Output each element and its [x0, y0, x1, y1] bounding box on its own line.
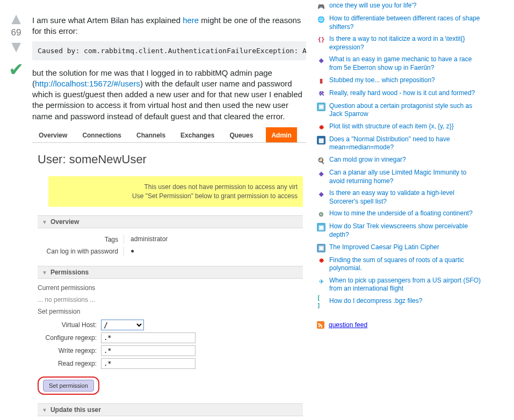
write-regexp-input[interactable]	[101, 345, 196, 356]
downvote-button[interactable]: ▼	[0, 41, 32, 52]
overview-section-header[interactable]: ▼ Overview	[38, 215, 303, 228]
hot-questions-sidebar: 🎮once they will use you for life'?🌐How t…	[310, 0, 489, 334]
hot-question-item[interactable]: 🛠Really, really hard wood - how is it cu…	[317, 88, 483, 100]
write-regexp-label: Write regexp:	[38, 347, 101, 354]
site-icon: ▣	[317, 223, 325, 231]
configure-regexp-input[interactable]	[101, 332, 196, 343]
site-icon: ❋	[317, 257, 325, 265]
virtual-host-select[interactable]: /	[101, 320, 144, 330]
warn-line1: This user does not have permission to ac…	[144, 183, 298, 191]
site-icon: ▮	[317, 77, 325, 85]
upvote-button[interactable]: ▲	[0, 13, 32, 24]
question-feed-link[interactable]: question feed	[317, 321, 483, 329]
hot-question-item[interactable]: ◆Can a planar ally use Limited Magic Imm…	[317, 167, 483, 187]
user-heading: User: someNewUser	[38, 153, 303, 166]
rabbit-tabs: Overview Connections Channels Exchanges …	[32, 127, 306, 143]
highlight-annotation: Set permission	[38, 376, 99, 395]
hot-question-link[interactable]: Question about a certain protagonist sty…	[329, 102, 483, 119]
rss-icon	[317, 321, 324, 329]
hot-question-link[interactable]: Can a planar ally use Limited Magic Immu…	[329, 169, 483, 185]
accepted-checkmark-icon: ✔	[0, 59, 32, 80]
configure-regexp-label: Configure regexp:	[38, 334, 101, 342]
vhost-label: Virtual Host:	[38, 321, 101, 329]
site-icon: 🎮	[317, 2, 325, 11]
current-permissions-heading: Current permissions	[38, 284, 303, 292]
error-code-block[interactable]: Caused by: com.rabbitmq.client.Authentic…	[32, 41, 306, 60]
hot-question-link[interactable]: The Improved Caesar Pig Latin Cipher	[329, 243, 439, 252]
hot-question-item[interactable]: 🌐How to differentiate between different …	[317, 13, 483, 33]
hot-question-link[interactable]: Does a "Normal Distribution" need to hav…	[329, 135, 483, 152]
hot-question-item[interactable]: 🎮once they will use you for life'?	[317, 0, 483, 13]
hot-question-link[interactable]: Plot list with structure of each item {x…	[329, 122, 454, 131]
hot-question-link[interactable]: Really, really hard wood - how is it cut…	[329, 89, 475, 98]
hot-question-item[interactable]: 🍳Can mold grow in vinegar?	[317, 154, 483, 167]
site-icon: 🌐	[317, 15, 325, 24]
hot-question-item[interactable]: [ ]How do I decompress .bgz files?	[317, 295, 483, 308]
collapse-icon: ▼	[42, 270, 47, 276]
collapse-icon: ▼	[42, 219, 47, 225]
hot-question-link[interactable]: How do I decompress .bgz files?	[329, 297, 422, 306]
hot-question-link[interactable]: How do Star Trek viewscreens show percei…	[329, 222, 483, 239]
hot-question-item[interactable]: ▣How do Star Trek viewscreens show perce…	[317, 221, 483, 241]
site-icon: ⚙	[317, 210, 325, 219]
tab-connections[interactable]: Connections	[80, 127, 124, 142]
feed-text[interactable]: question feed	[329, 321, 367, 329]
user-label: User:	[38, 153, 66, 166]
login-value: ●	[124, 247, 134, 256]
site-icon: [ ]	[317, 298, 325, 306]
hot-question-link[interactable]: Can mold grow in vinegar?	[329, 156, 406, 164]
site-icon: ▣	[317, 244, 325, 252]
hot-question-item[interactable]: ◆Is there an easy way to validate a high…	[317, 187, 483, 208]
site-icon: ◆	[317, 169, 325, 178]
tab-overview[interactable]: Overview	[37, 127, 69, 142]
here-link[interactable]: here	[183, 16, 199, 25]
hot-question-item[interactable]: {}Is there a way to not italicize a word…	[317, 33, 483, 54]
permissions-section-header[interactable]: ▼ Permissions	[38, 266, 303, 279]
hot-question-item[interactable]: ▮Stubbed my toe... which preposition?	[317, 75, 483, 88]
hot-question-link[interactable]: What is an easy in game mechanic to have…	[329, 55, 483, 72]
login-label: Can log in with password	[38, 248, 124, 255]
hot-question-link[interactable]: Is there an easy way to validate a high-…	[329, 189, 483, 206]
hot-question-item[interactable]: ◆What is an easy in game mechanic to hav…	[317, 54, 483, 74]
tab-queues[interactable]: Queues	[227, 127, 255, 142]
hot-question-item[interactable]: ✈When to pick up passengers from a US ai…	[317, 275, 483, 295]
hot-question-link[interactable]: Finding the sum of squares of roots of a…	[329, 256, 483, 273]
tags-label: Tags	[38, 236, 124, 243]
site-icon: 🍳	[317, 156, 325, 165]
tab-channels[interactable]: Channels	[134, 127, 168, 142]
set-permission-button[interactable]: Set permission	[43, 380, 94, 392]
hot-question-link[interactable]: Is there a way to not italicize a word i…	[329, 35, 483, 52]
site-icon: {}	[317, 35, 325, 44]
update-header-text: Update this user	[50, 406, 101, 414]
site-icon: ◆	[317, 190, 325, 198]
site-icon: ❋	[317, 123, 325, 132]
answer-body: I am sure what Artem Bilan has explained…	[32, 15, 306, 37]
permission-warning-banner: This user does not have permission to ac…	[48, 176, 303, 207]
hot-question-item[interactable]: ▦Does a "Normal Distribution" need to ha…	[317, 134, 483, 154]
hot-question-link[interactable]: once they will use you for life'?	[329, 2, 416, 10]
hot-question-item[interactable]: ❋Plot list with structure of each item {…	[317, 121, 483, 134]
localhost-link[interactable]: http://localhost:15672/#/users	[35, 79, 140, 88]
site-icon: ✈	[317, 277, 325, 286]
hot-question-item[interactable]: ▣Question about a certain protagonist st…	[317, 100, 483, 121]
hot-question-link[interactable]: Stubbed my toe... which preposition?	[329, 76, 435, 85]
tags-value: administrator	[124, 235, 168, 244]
hot-question-item[interactable]: ❋Finding the sum of squares of roots of …	[317, 255, 483, 275]
site-icon: ▣	[317, 103, 325, 111]
site-icon: ▦	[317, 136, 325, 144]
hot-question-link[interactable]: How to mine the underside of a floating …	[329, 209, 473, 218]
read-regexp-input[interactable]	[101, 358, 196, 369]
answer-solution: but the solution for me was that I logge…	[32, 68, 306, 122]
hot-question-item[interactable]: ▣The Improved Caesar Pig Latin Cipher	[317, 242, 483, 255]
no-permissions-text: ... no permissions ...	[38, 296, 303, 303]
permissions-header-text: Permissions	[50, 269, 89, 276]
answer-intro-pre: I am sure what Artem Bilan has explained	[32, 16, 183, 25]
tab-admin[interactable]: Admin	[266, 127, 296, 142]
user-name: someNewUser	[69, 153, 147, 166]
hot-question-link[interactable]: When to pick up passengers from a US air…	[329, 277, 483, 293]
site-icon: 🛠	[317, 90, 325, 98]
update-user-section-header[interactable]: ▼ Update this user	[38, 403, 303, 416]
hot-question-link[interactable]: How to differentiate between different r…	[329, 15, 483, 31]
hot-question-item[interactable]: ⚙How to mine the underside of a floating…	[317, 208, 483, 221]
tab-exchanges[interactable]: Exchanges	[178, 127, 216, 142]
